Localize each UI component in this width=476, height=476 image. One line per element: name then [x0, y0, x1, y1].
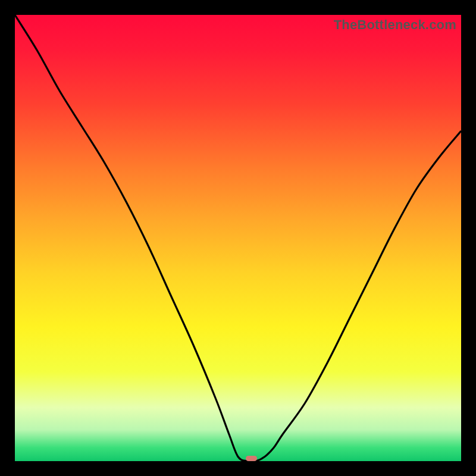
plot-area: TheBottleneck.com [15, 15, 461, 461]
optimal-point-marker [246, 456, 257, 461]
chart-frame: TheBottleneck.com [0, 0, 476, 476]
bottleneck-curve [15, 15, 461, 461]
